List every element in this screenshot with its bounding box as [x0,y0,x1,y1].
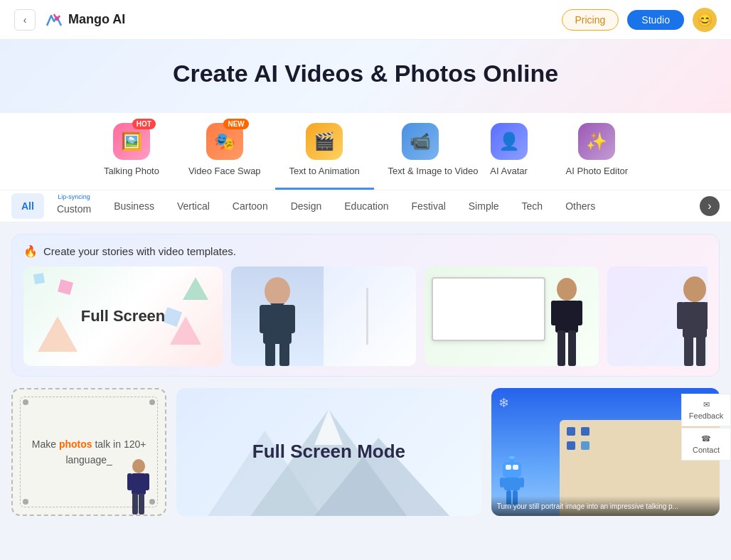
ai-photo-editor-label: AI Photo Editor [566,166,628,178]
avatar[interactable]: 😊 [693,8,717,32]
geo-sq-2 [58,279,73,295]
side-panel: ✉ Feedback ☎ Contact [681,394,731,461]
filter-education[interactable]: Education [334,193,398,219]
ai-avatar-icon-wrap: 👤 [491,123,528,160]
tool-text-image-to-video[interactable]: 📹 Text & Image to Video [374,113,466,190]
woman-silhouette [235,274,320,366]
svg-rect-14 [677,302,684,329]
svg-rect-32 [500,478,505,488]
filter-tech[interactable]: Tech [512,193,553,219]
video-face-swap-label: Video Face Swap [188,166,261,178]
geo-sq-3 [33,273,45,284]
tool-ai-avatar[interactable]: 👤 AI Avatar [466,113,552,190]
template-fullscreen[interactable]: Full Screen [23,266,223,366]
talking-photo-icon-wrap: 🖼️ HOT [113,123,150,160]
filter-festival[interactable]: Festival [402,193,456,219]
template-man[interactable] [607,266,708,366]
svg-rect-33 [519,478,524,488]
svg-point-37 [509,456,515,459]
filter-simple[interactable]: Simple [459,193,509,219]
video-face-swap-icon-wrap: 🎭 NEW [206,123,243,160]
feedback-label: Feedback [689,411,723,420]
svg-rect-20 [127,473,132,490]
tool-video-face-swap[interactable]: 🎭 NEW Video Face Swap [174,113,275,190]
building-caption: Turn your still portrait image into an i… [491,496,720,516]
fire-icon: 🔥 [23,244,38,258]
svg-rect-10 [557,330,565,366]
geo-tri-3 [38,316,78,352]
svg-rect-11 [568,330,576,366]
ai-avatar-icon: 👤 [498,131,520,151]
filter-all[interactable]: All [11,193,44,219]
logo-text: Mango AI [68,12,125,27]
filter-cartoon[interactable]: Cartoon [223,193,278,219]
geo-tri-1 [183,277,208,300]
page-title: Create AI Videos & Photos Online [14,60,717,87]
svg-rect-13 [683,302,707,338]
fullscreen-label: Full Screen [81,307,166,325]
filter-design[interactable]: Design [281,193,332,219]
svg-point-0 [265,277,290,306]
back-button[interactable]: ‹ [14,9,36,31]
talking-photo-label: Talking Photo [104,166,159,178]
banner-title: Create your stories with video templates… [43,245,236,257]
tool-talking-photo[interactable]: 🖼️ HOT Talking Photo [89,113,174,190]
svg-rect-7 [555,301,578,333]
contact-icon: ☎ [701,434,711,443]
svg-point-18 [132,459,145,473]
svg-rect-31 [504,478,520,490]
tools-row: 🖼️ HOT Talking Photo 🎭 NEW Video Face Sw… [0,113,731,190]
geo-tri-2 [170,316,201,345]
svg-rect-16 [684,335,693,366]
contact-label: Contact [693,446,720,454]
svg-rect-28 [503,462,521,478]
text-to-animation-label: Text to Animation [289,166,360,178]
gallery-fullscreen-card[interactable]: Full Screen Mode [176,388,481,516]
whiteboard-content: Make photos talk in 120+language_ [13,389,165,515]
corner-dot-tr [149,399,155,405]
highlight-word: photos [59,438,92,450]
window-3 [567,441,575,450]
filter-vertical[interactable]: Vertical [167,193,220,219]
pricing-button[interactable]: Pricing [562,9,619,31]
talking-photo-icon: 🖼️ [121,131,142,151]
template-woman[interactable] [231,266,416,366]
text-image-to-video-icon-wrap: 📹 [402,123,439,160]
gallery-whiteboard-card[interactable]: Make photos talk in 120+language_ [11,388,166,516]
contact-button[interactable]: ☎ Contact [681,428,731,461]
corner-dot-tl [23,399,28,405]
lip-sync-label: Lip-syncing [58,193,90,200]
svg-rect-8 [551,301,557,325]
tool-text-to-animation[interactable]: 🎬 Text to Animation [275,113,374,190]
gallery-row: Make photos talk in 120+language_ [11,388,720,516]
filter-others[interactable]: Others [555,193,605,219]
svg-rect-23 [139,493,144,515]
main-content: 🔥 Create your stories with video templat… [0,222,731,527]
fullscreen-mode-content: Full Screen Mode [176,388,481,516]
ai-photo-editor-icon: ✨ [586,131,607,151]
window-1 [567,427,575,436]
new-badge: NEW [223,119,248,129]
template-presenter[interactable] [425,266,599,366]
snowflake-icon: ❄ [498,395,509,411]
video-face-swap-icon: 🎭 [214,131,235,151]
feedback-button[interactable]: ✉ Feedback [681,394,731,426]
svg-rect-4 [265,342,275,366]
svg-rect-9 [576,301,582,325]
ai-avatar-label: AI Avatar [490,166,528,178]
window-4 [581,441,589,450]
header-left: ‹ Mango AI [14,9,125,31]
text-to-animation-icon: 🎬 [314,131,335,151]
filter-custom[interactable]: Lip-syncing Custom [47,190,101,222]
corner-dot-bl [23,499,28,505]
svg-rect-22 [132,493,138,515]
studio-button[interactable]: Studio [627,10,684,30]
man-silhouette [663,274,708,366]
fullscreen-mode-title: Full Screen Mode [252,441,405,463]
filter-more-button[interactable]: › [700,196,720,216]
tool-ai-photo-editor[interactable]: ✨ AI Photo Editor [552,113,642,190]
logo-icon [44,10,64,30]
svg-rect-3 [288,305,295,333]
svg-rect-29 [506,465,511,470]
filter-business[interactable]: Business [104,193,164,219]
